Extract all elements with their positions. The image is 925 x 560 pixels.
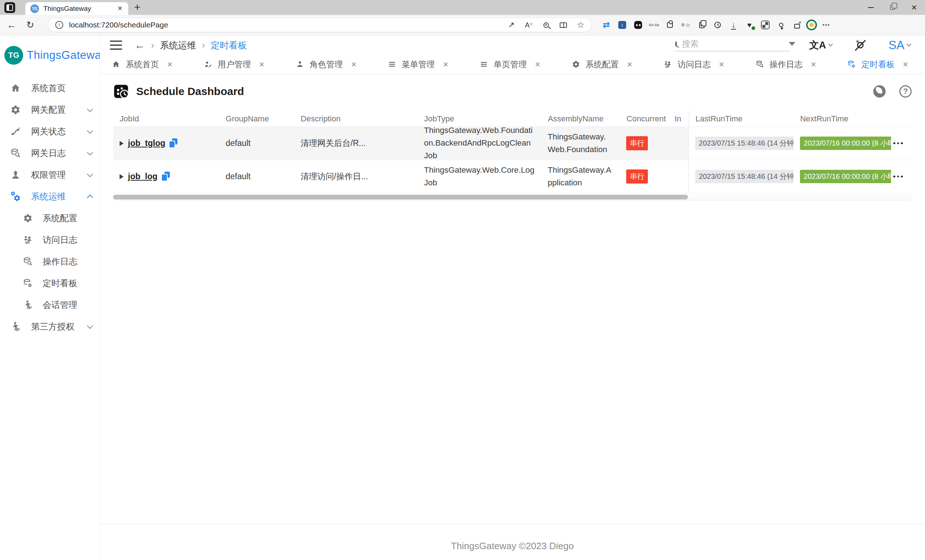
split-screen-icon[interactable] [556,19,570,31]
menu-list-icon [479,60,488,69]
tab-access-logs[interactable]: 访问日志 [663,59,725,70]
sidebar-item-permissions[interactable]: 权限管理 [0,164,99,186]
back-arrow-icon[interactable]: ← [134,39,145,51]
tab-role-management[interactable]: 角色管理 [295,59,357,70]
more-options-icon[interactable] [819,19,833,31]
tab-single-page-management[interactable]: 单页管理 [479,59,541,70]
sidebar-item-gateway-logs[interactable]: 网关日志 [0,142,99,164]
read-aloud-icon[interactable] [522,19,535,31]
sidebar-item-schedule-dashboard[interactable]: 定时看板 [0,272,99,294]
tab-close-icon[interactable] [443,60,449,69]
breadcrumb-item-current[interactable]: 定时看板 [211,39,247,51]
dark-mode-icon[interactable] [873,85,886,98]
pin-extension-icon[interactable] [774,19,788,31]
sidebar-item-system-config[interactable]: 系统配置 [0,208,99,229]
sidebar-item-access-logs[interactable]: 访问日志 [0,229,99,251]
copy-icon[interactable] [161,172,170,181]
expand-row-icon[interactable] [120,141,124,146]
collections-icon[interactable] [679,19,693,31]
gear-sync-icon [23,213,33,224]
sidebar-item-home[interactable]: 系统首页 [0,77,99,99]
back-icon[interactable]: ← [5,18,19,32]
help-icon[interactable] [899,85,911,98]
chevron-down-icon [907,42,911,47]
tab-operation-logs[interactable]: 操作日志 [755,59,817,70]
zoom-icon[interactable]: + [539,19,553,31]
tab-close-icon[interactable] [535,60,541,69]
tab-close-icon[interactable] [259,60,265,69]
column-header: NextRunTime [794,111,891,126]
tab-close-icon[interactable] [627,60,633,69]
restore-button[interactable] [881,0,903,15]
user-avatar[interactable]: SA [889,38,911,52]
job-id-link[interactable]: job_log [128,172,158,181]
tab-swap-extension-icon[interactable] [600,19,613,31]
download-icon[interactable] [727,19,740,31]
breadcrumb-item[interactable]: 系统运维 [160,39,196,51]
open-external-icon[interactable] [505,19,518,31]
history-icon[interactable] [711,19,725,31]
search-box[interactable] [675,39,790,51]
browser-tab[interactable]: TG ThingsGateway [25,2,128,15]
tab-system-config[interactable]: 系统配置 [571,59,633,70]
sidebar-item-gateway-status[interactable]: 网关状态 [0,121,99,142]
tab-close-icon[interactable] [351,60,357,69]
user-icon [295,60,304,69]
tab-close-icon[interactable] [167,60,173,69]
tab-close-icon[interactable] [719,60,725,69]
scrollbar-thumb[interactable] [113,195,688,199]
app-logo[interactable]: TG ThingsGateway [0,44,99,67]
tab-system-home[interactable]: 系统首页 [111,59,173,70]
row-actions-menu-icon[interactable] [893,176,903,178]
users-arrows-icon [663,60,672,69]
gear-icon [571,60,581,69]
tab-close-icon[interactable] [811,60,817,69]
interval-cell [673,160,688,193]
row-actions-menu-icon[interactable] [893,142,903,145]
search-dropdown-caret[interactable] [789,42,795,46]
tab-close-icon[interactable] [902,60,908,69]
tab-schedule-dashboard[interactable]: 定时看板 [847,59,908,70]
share-icon[interactable] [790,19,804,31]
title-actions [873,85,911,98]
jobs-table: JobId GroupName Description JobType Asse… [113,111,911,200]
horizontal-scrollbar[interactable] [113,194,911,200]
dark-extension-icon[interactable] [631,19,645,31]
job-id-link[interactable]: job_tglog [128,138,165,148]
sidebar-item-third-party-auth[interactable]: 第三方授权 [0,316,99,337]
tab-menu-management[interactable]: 菜单管理 [387,59,449,70]
browser-profile-avatar[interactable] [806,20,817,30]
site-info-icon[interactable] [55,21,63,29]
workspaces-icon[interactable] [5,2,15,13]
sidebar-item-session-management[interactable]: 会话管理 [0,294,99,316]
breadcrumb-separator: › [202,40,205,51]
home-icon [111,60,121,69]
favorite-star-icon[interactable] [574,19,588,31]
language-switcher[interactable]: 文A [809,39,832,52]
gitzip-extension-icon[interactable]: Git Zip [647,19,661,31]
apps-grid-icon[interactable] [758,19,772,31]
health-extension-icon[interactable] [743,19,756,31]
copy-icon[interactable] [169,138,178,148]
sidebar-item-gateway-config[interactable]: 网关配置 [0,99,99,121]
close-button[interactable] [903,0,925,15]
chevron-up-icon [87,195,93,201]
puzzle-extension-icon[interactable] [663,19,677,31]
chevron-down-icon [828,42,833,47]
blue-box-extension-icon[interactable] [615,19,629,31]
expand-row-icon[interactable] [120,174,124,179]
hamburger-menu-icon[interactable] [110,41,122,50]
tab-user-management[interactable]: 用户管理 [203,59,265,70]
copy-plus-icon[interactable] [695,19,708,31]
tab-close-icon[interactable] [115,4,125,14]
address-bar[interactable]: localhost:7200/schedulePage + [48,18,592,32]
search-input[interactable] [682,39,789,49]
minimize-button[interactable] [860,0,881,15]
sidebar-item-operation-logs[interactable]: 操作日志 [0,251,99,272]
theme-toggle-icon[interactable] [854,39,867,52]
url-text[interactable]: localhost:7200/schedulePage [69,21,505,29]
job-type-cell: ThingsGateway.Web.Core.LogJob [417,160,541,193]
refresh-icon[interactable]: ↻ [23,18,38,32]
new-tab-button[interactable] [131,1,143,14]
sidebar-item-system-ops[interactable]: 系统运维 [0,186,99,208]
